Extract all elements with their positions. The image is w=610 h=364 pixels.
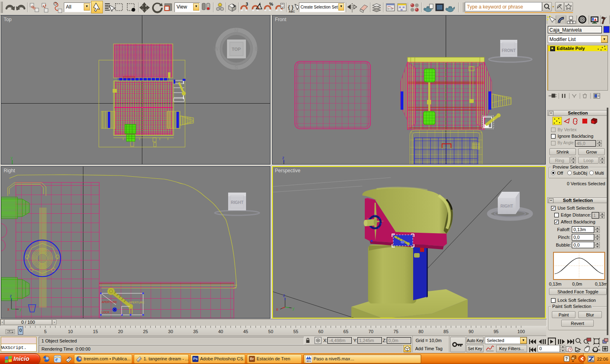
svg-text:RIGHT: RIGHT (500, 204, 513, 208)
svg-text:?: ? (565, 357, 568, 361)
svg-text:FRONT: FRONT (502, 48, 516, 53)
svg-text:3DS: 3DS (306, 360, 311, 362)
svg-text:x: x (7, 307, 9, 312)
svg-text:x: x (276, 307, 278, 312)
svg-text:30: 30 (168, 329, 173, 334)
svg-text:y: y (292, 306, 294, 311)
svg-text:W: W (213, 46, 219, 52)
svg-text:%: % (269, 2, 273, 6)
svg-text:65: 65 (343, 329, 348, 334)
svg-text:55: 55 (293, 329, 298, 334)
svg-text:N: N (234, 27, 238, 34)
svg-text:3: 3 (246, 2, 248, 6)
svg-text:{ }: { } (288, 4, 294, 10)
svg-text:75: 75 (393, 329, 398, 334)
svg-text:90: 90 (468, 329, 473, 334)
svg-text:60: 60 (318, 329, 323, 334)
svg-text:z: z (283, 293, 285, 298)
svg-text:y: y (11, 156, 13, 160)
svg-text:50: 50 (268, 329, 273, 334)
svg-text:45: 45 (243, 329, 248, 334)
svg-text:LOCK: LOCK (102, 311, 109, 314)
svg-text:z: z (282, 156, 284, 160)
svg-text:80: 80 (418, 329, 423, 334)
svg-text:z: z (10, 294, 12, 298)
svg-text:APERTURE: APERTURE (102, 301, 117, 303)
svg-text:TOP: TOP (232, 47, 241, 52)
svg-text:85: 85 (444, 329, 449, 334)
svg-text:100: 100 (517, 329, 525, 334)
svg-text:RIGHT: RIGHT (231, 200, 243, 205)
svg-text:40: 40 (218, 329, 223, 334)
svg-text:y: y (20, 307, 22, 312)
svg-text:22:06: 22:06 (597, 357, 608, 362)
svg-text:5: 5 (44, 329, 47, 334)
svg-text:20: 20 (118, 329, 123, 334)
svg-text:15: 15 (93, 329, 98, 334)
svg-text:10: 10 (68, 329, 73, 334)
svg-text:ABC: ABC (289, 10, 295, 13)
svg-text:S: S (234, 64, 238, 71)
svg-text:35: 35 (193, 329, 198, 334)
svg-text:E: E (255, 46, 259, 52)
svg-text:APERTURE: APERTURE (129, 301, 144, 304)
svg-text:25: 25 (143, 329, 148, 334)
svg-text:70: 70 (368, 329, 373, 334)
svg-text:95: 95 (494, 329, 499, 334)
